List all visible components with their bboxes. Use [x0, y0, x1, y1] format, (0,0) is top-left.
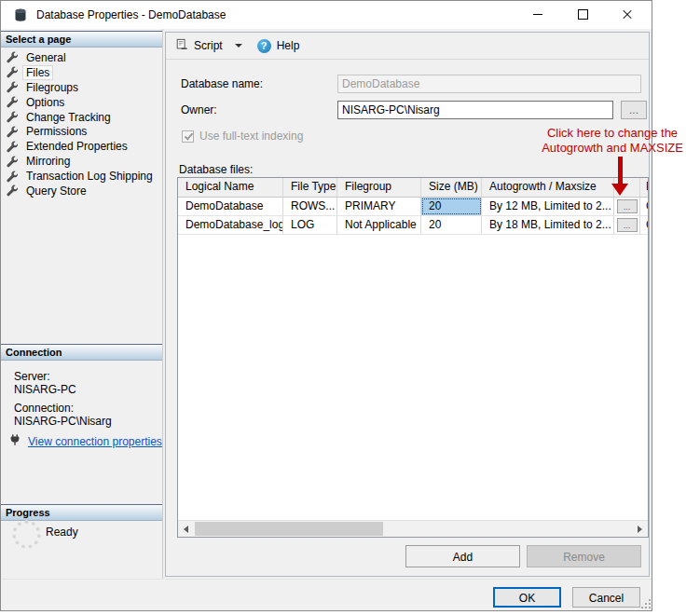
sidebar-item-transaction-log-shipping[interactable]: Transaction Log Shipping [6, 169, 160, 184]
scrollbar-thumb[interactable] [195, 522, 383, 536]
resize-grip[interactable] [641, 599, 652, 609]
annotation-text: Click here to change the Autogrowth and … [539, 126, 686, 155]
minimize-button[interactable] [516, 2, 559, 27]
server-value: NISARG-PC [14, 383, 76, 396]
view-connection-properties-link[interactable]: View connection properties [28, 435, 162, 448]
col-header-file-type: File Type [283, 178, 337, 197]
cell-browse: ... [614, 198, 640, 215]
cell-logical-name[interactable]: DemoDatabase [178, 198, 283, 215]
autogrowth-browse-button[interactable]: ... [617, 218, 638, 232]
database-files-label: Database files: [179, 163, 253, 176]
remove-button: Remove [527, 545, 641, 567]
sidebar-item-files[interactable]: Files [6, 65, 160, 80]
maximize-icon [578, 9, 588, 20]
sidebar-item-label: Change Tracking [23, 111, 114, 124]
sidebar-item-label: Permissions [23, 125, 89, 138]
help-label: Help [277, 39, 300, 52]
add-button[interactable]: Add [405, 545, 520, 567]
scroll-right-icon [638, 526, 642, 533]
scroll-left-button[interactable] [178, 521, 194, 537]
wrench-icon [6, 111, 18, 123]
window-title: Database Properties - DemoDatabase [36, 1, 226, 29]
col-header-logical-name: Logical Name [178, 178, 283, 197]
footer-divider [2, 579, 652, 580]
connection-value: NISARG-PC\Nisarg [14, 415, 112, 428]
col-header-size: Size (MB) [421, 178, 482, 197]
cell-file-type[interactable]: LOG [283, 216, 337, 234]
cell-autogrowth[interactable]: By 12 MB, Limited to 2... [482, 198, 614, 215]
cell-size[interactable]: 20 [421, 216, 482, 234]
help-icon: ? [257, 39, 271, 53]
script-button[interactable]: Script [175, 38, 242, 54]
cell-size-selected[interactable]: 20 [421, 198, 482, 215]
cell-filegroup[interactable]: PRIMARY [337, 198, 421, 215]
close-button[interactable] [606, 2, 649, 27]
table-row[interactable]: DemoDatabase_log LOG Not Applicable 20 B… [178, 216, 648, 235]
autogrowth-browse-button[interactable]: ... [617, 199, 638, 213]
select-a-page-header: Select a page [1, 31, 162, 48]
progress-header: Progress [1, 504, 162, 521]
annotation-line1: Click here to change the [539, 126, 686, 141]
col-header-path: P [640, 178, 648, 197]
col-header-filegroup: Filegroup [337, 178, 421, 197]
red-arrow-head-icon [611, 184, 628, 196]
progress-status: Ready [46, 526, 78, 539]
sidebar-item-options[interactable]: Options [6, 95, 160, 110]
sidebar-item-change-tracking[interactable]: Change Tracking [6, 110, 160, 125]
sidebar-item-extended-properties[interactable]: Extended Properties [6, 139, 160, 154]
sidebar-item-query-store[interactable]: Query Store [6, 184, 160, 198]
close-icon [622, 9, 633, 20]
connection-header: Connection [1, 344, 162, 361]
owner-label: Owner: [181, 101, 217, 119]
database-properties-dialog: Database Properties - DemoDatabase Selec… [0, 0, 652, 611]
sidebar-item-label: Files [23, 66, 52, 79]
page-list: General Files Filegroups Options Change … [6, 50, 160, 198]
help-button[interactable]: ? Help [257, 39, 300, 53]
sidebar-item-mirroring[interactable]: Mirroring [6, 154, 160, 169]
script-label: Script [194, 39, 223, 52]
maximize-button[interactable] [561, 2, 604, 27]
sidebar-item-label: Mirroring [23, 155, 73, 168]
cell-logical-name[interactable]: DemoDatabase_log [178, 216, 283, 234]
minimize-icon [533, 14, 542, 15]
col-header-autogrowth: Autogrowth / Maxsize [482, 178, 614, 197]
sidebar-item-label: Transaction Log Shipping [23, 170, 156, 183]
cell-path[interactable]: C [640, 198, 648, 215]
view-connection-properties-row: View connection properties [8, 433, 162, 450]
cell-filegroup[interactable]: Not Applicable [337, 216, 421, 234]
database-icon [13, 7, 28, 22]
sidebar: Select a page General Files Filegroups O… [1, 29, 163, 580]
fulltext-checkbox [182, 130, 194, 143]
wrench-icon [6, 156, 18, 168]
sidebar-item-permissions[interactable]: Permissions [6, 124, 160, 139]
database-name-label: Database name: [181, 75, 263, 93]
toolbar: Script ? Help [166, 33, 649, 60]
owner-browse-button[interactable]: ... [621, 101, 647, 119]
connection-label: Connection: [14, 402, 74, 415]
database-name-field [337, 75, 641, 93]
script-icon [175, 38, 188, 54]
fulltext-label: Use full-text indexing [199, 129, 303, 144]
horizontal-scrollbar[interactable] [178, 520, 648, 537]
sidebar-item-label: Query Store [23, 184, 89, 198]
cancel-button[interactable]: Cancel [572, 587, 640, 608]
wrench-icon [6, 51, 18, 63]
cell-autogrowth[interactable]: By 18 MB, Limited to 2... [482, 216, 614, 234]
wrench-icon [6, 126, 18, 138]
sidebar-item-general[interactable]: General [6, 50, 160, 65]
owner-field[interactable] [337, 101, 613, 119]
annotation-line2: Autogrowth and MAXSIZE [539, 141, 686, 156]
chevron-down-icon[interactable] [235, 44, 242, 48]
scroll-right-button[interactable] [632, 521, 648, 537]
wrench-icon [6, 96, 18, 108]
cell-file-type[interactable]: ROWS... [283, 198, 337, 215]
database-files-grid: Logical Name File Type Filegroup Size (M… [177, 177, 649, 538]
sidebar-item-label: Options [23, 96, 67, 109]
sidebar-item-filegroups[interactable]: Filegroups [6, 80, 160, 95]
scroll-left-icon [184, 526, 188, 533]
wrench-icon [6, 141, 18, 153]
server-label: Server: [14, 370, 50, 383]
cell-path[interactable]: C [640, 216, 648, 234]
ok-button[interactable]: OK [493, 587, 561, 608]
table-row[interactable]: DemoDatabase ROWS... PRIMARY 20 By 12 MB… [178, 198, 648, 216]
